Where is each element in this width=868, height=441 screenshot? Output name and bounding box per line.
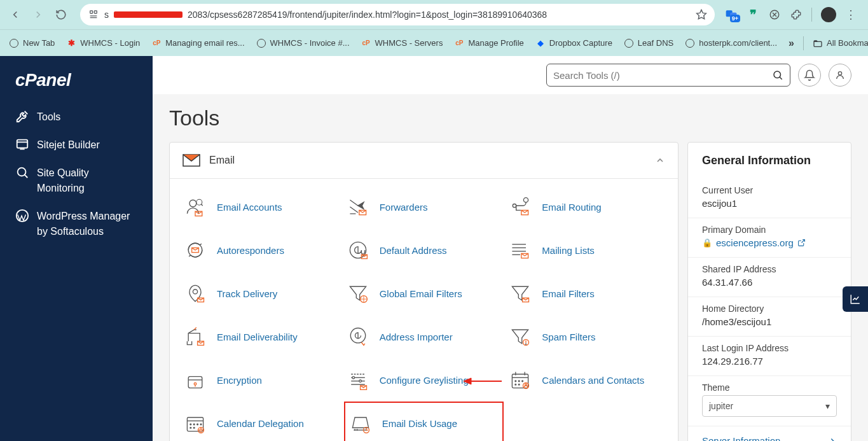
bookmark-new-tab[interactable]: New Tab [9, 38, 55, 48]
tool-calendars-contacts[interactable]: Calendars and Contacts [507, 360, 665, 400]
svg-point-59 [515, 381, 516, 382]
bookmark-whmcs-invoice[interactable]: WHMCS - Invoice #... [256, 38, 350, 48]
svg-line-15 [780, 77, 782, 80]
bookmark-leaf-dns[interactable]: Leaf DNS [624, 38, 673, 48]
quote-ext-icon[interactable]: ❞ [747, 8, 759, 21]
tool-track-delivery[interactable]: Track Delivery [183, 273, 340, 314]
tool-email-filters[interactable]: Email Filters [507, 273, 665, 314]
chevron-down-icon: ▾ [825, 401, 830, 411]
bookmarks-bar: New Tab ✱WHMCS - Login cPManaging email … [0, 29, 868, 56]
svg-point-63 [519, 384, 520, 385]
svg-marker-81 [464, 378, 471, 384]
forward-button[interactable] [29, 6, 47, 24]
theme-select[interactable]: jupiter ▾ [702, 395, 837, 417]
tool-spam-filters[interactable]: Spam Filters [507, 316, 665, 357]
svg-point-23 [524, 198, 528, 202]
app-container: cPanel Tools Sitejet Builder Site Qualit… [0, 56, 868, 441]
bookmark-whmcs-login[interactable]: ✱WHMCS - Login [66, 38, 140, 48]
sidebar-item-quality[interactable]: Site Quality Monitoring [0, 159, 153, 202]
svg-point-16 [838, 72, 841, 75]
cpanel-logo: cPanel [0, 70, 153, 103]
tool-address-importer[interactable]: Address Importer [345, 316, 503, 357]
svg-point-72 [190, 427, 191, 428]
bookmark-hosterpk[interactable]: hosterpk.com/client... [685, 38, 777, 48]
svg-point-35 [193, 290, 197, 294]
notifications-button[interactable] [798, 64, 821, 87]
info-panel-title: General Information [688, 143, 851, 179]
general-info-panel: General Information Current User escijou… [687, 142, 851, 441]
svg-point-62 [515, 384, 516, 385]
quality-icon [15, 165, 29, 179]
info-row-domain: Primary Domain 🔒 esciencepress.org [688, 218, 851, 258]
svg-rect-9 [17, 140, 28, 148]
bookmark-overflow-icon[interactable]: » [789, 38, 794, 49]
menu-dots-icon[interactable]: ⋮ [845, 8, 857, 22]
all-bookmarks-button[interactable]: All Bookmarks [813, 38, 868, 48]
tool-autoresponders[interactable]: Autoresponders [183, 230, 340, 270]
site-settings-icon [88, 9, 99, 20]
svg-point-75 [200, 429, 202, 431]
email-tools-grid: Email Accounts Forwarders Email Routing … [170, 179, 678, 441]
svg-point-52 [359, 380, 361, 382]
search-input[interactable] [553, 70, 772, 81]
svg-rect-0 [90, 11, 93, 13]
sidebar-item-tools[interactable]: Tools [0, 103, 153, 131]
account-button[interactable] [829, 64, 851, 87]
wordpress-icon [15, 209, 29, 223]
svg-marker-4 [697, 10, 706, 19]
primary-domain-link[interactable]: 🔒 esciencepress.org [702, 237, 837, 248]
tool-email-routing[interactable]: Email Routing [507, 186, 665, 227]
svg-point-71 [200, 424, 202, 425]
annotation-arrow-icon [464, 376, 502, 386]
info-row-home: Home Directory /home3/escijou1 [688, 297, 851, 337]
svg-point-46 [194, 383, 196, 386]
svg-line-8 [25, 111, 28, 115]
bookmark-managing-email[interactable]: cPManaging email res... [151, 38, 244, 48]
profile-avatar[interactable] [821, 7, 836, 22]
svg-point-11 [18, 168, 26, 176]
svg-point-73 [193, 427, 195, 428]
tool-forwarders[interactable]: Forwarders [345, 186, 503, 227]
tool-encryption[interactable]: Encryption [183, 360, 340, 400]
bookmark-star-icon[interactable] [696, 9, 707, 20]
sidebar-item-wordpress[interactable]: WordPress Manager by Softaculous [0, 202, 153, 246]
svg-point-50 [352, 377, 355, 379]
reload-button[interactable] [52, 6, 70, 24]
svg-point-60 [519, 381, 520, 382]
stats-side-tab[interactable] [843, 286, 868, 312]
redacted-url [114, 11, 183, 18]
extension-icons: 9+ ❞ ⋮ [725, 7, 862, 22]
page-title: Tools [153, 94, 868, 142]
chevron-up-icon [655, 155, 665, 165]
sidebar-item-sitejet[interactable]: Sitejet Builder [0, 131, 153, 159]
email-panel-header[interactable]: Email [170, 143, 678, 179]
external-link-icon [797, 239, 806, 247]
back-button[interactable] [6, 6, 24, 24]
sitejet-icon [15, 137, 29, 151]
search-tools-box[interactable] [546, 64, 790, 87]
tool-default-address[interactable]: Default Address [345, 230, 503, 270]
extensions-icon[interactable] [790, 8, 803, 21]
translate-icon[interactable]: 9+ [725, 8, 738, 21]
address-bar[interactable]: s 2083/cpsess6287285419/frontend/jupiter… [80, 4, 715, 25]
svg-point-61 [522, 381, 523, 382]
tool-global-email-filters[interactable]: Global Email Filters [345, 273, 503, 314]
svg-point-14 [774, 71, 781, 78]
tool-mailing-lists[interactable]: Mailing Lists [507, 230, 665, 270]
info-row-theme: Theme jupiter ▾ [688, 376, 851, 426]
email-panel: Email Email Accounts Forwarders Email Ro… [169, 142, 679, 441]
svg-point-43 [526, 344, 527, 344]
bookmark-dropbox-capture[interactable]: ◆Dropbox Capture [535, 38, 612, 48]
tool-email-deliverability[interactable]: Email Deliverability [183, 316, 340, 357]
tool-email-accounts[interactable]: Email Accounts [183, 186, 340, 227]
server-info-toggle[interactable]: Server Information [688, 426, 851, 441]
openai-ext-icon[interactable] [768, 8, 781, 21]
search-icon[interactable] [772, 69, 783, 81]
browser-toolbar: s 2083/cpsess6287285419/frontend/jupiter… [0, 0, 868, 29]
tool-email-disk-usage[interactable]: Email Disk Usage [344, 402, 504, 441]
main-content: Tools Email Email Accounts Forwarders Em… [153, 56, 868, 441]
bookmark-whmcs-servers[interactable]: cPWHMCS - Servers [361, 38, 443, 48]
tools-icon [15, 109, 29, 123]
bookmark-manage-profile[interactable]: cPManage Profile [454, 38, 523, 48]
tool-calendar-delegation[interactable]: Calendar Delegation [183, 403, 340, 441]
